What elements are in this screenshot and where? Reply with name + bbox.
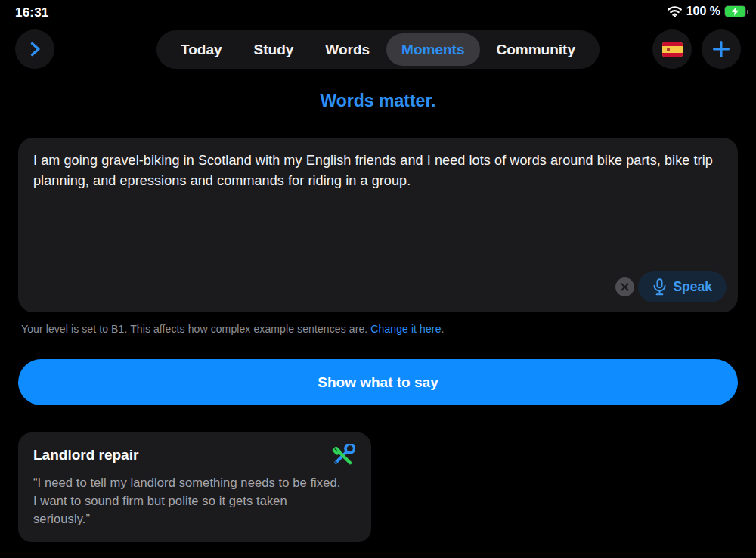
app-screen: 16:31 100 % Today Study Words [0, 0, 756, 558]
battery-charging-icon [725, 6, 745, 17]
tab-words[interactable]: Words [310, 33, 385, 66]
speak-button-label: Speak [673, 279, 712, 295]
language-button[interactable] [652, 29, 692, 69]
level-note-text: Your level is set to B1. This affects ho… [21, 323, 370, 335]
tab-today[interactable]: Today [166, 33, 237, 66]
microphone-icon [652, 278, 667, 296]
chevron-right-icon [25, 39, 45, 59]
page-title: Words matter. [0, 91, 756, 111]
wifi-icon [668, 6, 682, 17]
change-level-link[interactable]: Change it here [370, 323, 441, 335]
tab-community[interactable]: Community [482, 33, 591, 66]
close-icon [621, 283, 629, 291]
show-what-to-say-button[interactable]: Show what to say [18, 359, 738, 405]
prompt-text[interactable]: I am going gravel-biking in Scotland wit… [33, 150, 720, 191]
suggestion-quote: “I need to tell my landlord something ne… [33, 473, 345, 528]
expand-sidebar-button[interactable] [15, 29, 54, 69]
prompt-input-card[interactable]: I am going gravel-biking in Scotland wit… [18, 138, 738, 312]
suggestion-title: Landlord repair [33, 447, 356, 463]
tab-moments[interactable]: Moments [386, 33, 479, 66]
speak-button[interactable]: Speak [638, 271, 727, 302]
clear-text-button[interactable] [615, 277, 634, 296]
add-button[interactable] [702, 29, 741, 69]
level-note-suffix: . [442, 323, 445, 335]
level-note: Your level is set to B1. This affects ho… [21, 323, 445, 335]
status-icons: 100 % [668, 5, 745, 18]
spain-flag-icon [662, 42, 683, 57]
tools-icon [331, 444, 355, 467]
status-time: 16:31 [15, 5, 48, 20]
plus-icon [712, 40, 730, 58]
tab-study[interactable]: Study [239, 33, 309, 66]
suggestion-card[interactable]: Landlord repair “I need to tell my landl… [18, 432, 371, 542]
battery-percent: 100 % [686, 5, 720, 18]
main-tab-bar: Today Study Words Moments Community [156, 30, 600, 69]
